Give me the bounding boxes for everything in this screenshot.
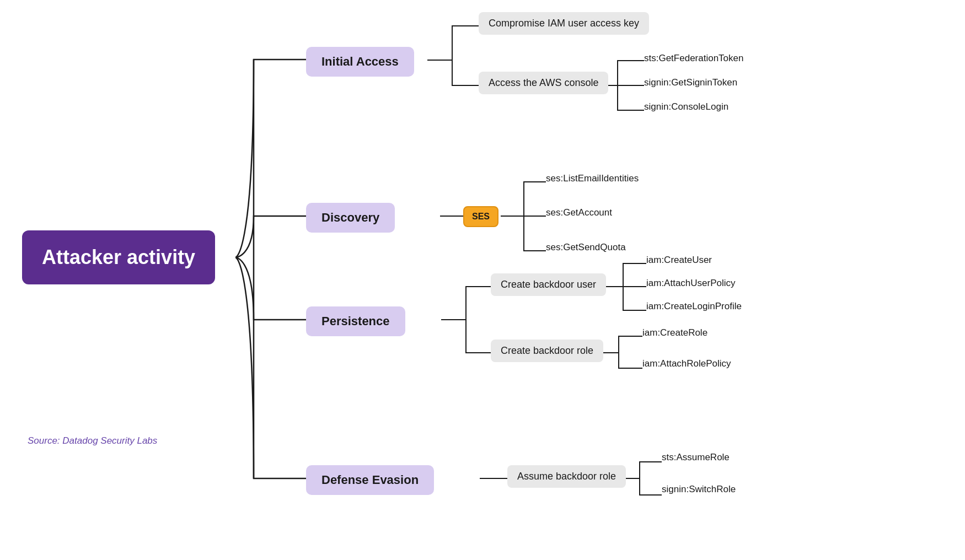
leaf-create-backdoor-role: Create backdoor role	[491, 340, 603, 362]
attacker-activity-box: Attacker activity	[22, 230, 215, 284]
api-iam-attachuserpolicy: iam:AttachUserPolicy	[646, 278, 736, 289]
ses-badge: SES	[463, 206, 498, 227]
api-signin-consolelogin: signin:ConsoleLogin	[644, 101, 728, 112]
category-persistence: Persistence	[306, 306, 405, 336]
api-ses-listemailidentities: ses:ListEmailIdentities	[546, 173, 639, 184]
category-discovery: Discovery	[306, 203, 395, 233]
category-initial-access: Initial Access	[306, 47, 414, 77]
api-signin-getsignintoken: signin:GetSigninToken	[644, 77, 737, 88]
api-iam-attachrolepolicy: iam:AttachRolePolicy	[642, 358, 731, 369]
api-sts-assumerole: sts:AssumeRole	[662, 452, 730, 463]
category-defense-evasion: Defense Evasion	[306, 465, 434, 495]
leaf-create-backdoor-user: Create backdoor user	[491, 273, 606, 296]
source-label: Source: Datadog Security Labs	[28, 435, 157, 446]
api-iam-createuser: iam:CreateUser	[646, 255, 712, 266]
leaf-compromise-iam: Compromise IAM user access key	[479, 12, 649, 35]
leaf-aws-console: Access the AWS console	[479, 72, 608, 94]
leaf-assume-backdoor-role: Assume backdoor role	[507, 465, 626, 488]
api-iam-createloginprofile: iam:CreateLoginProfile	[646, 301, 742, 312]
api-ses-getsendquota: ses:GetSendQuota	[546, 242, 626, 253]
api-signin-switchrole: signin:SwitchRole	[662, 484, 736, 495]
api-iam-createrole: iam:CreateRole	[642, 327, 707, 338]
api-sts-getfederationtoken: sts:GetFederationToken	[644, 53, 743, 64]
api-ses-getaccount: ses:GetAccount	[546, 207, 612, 218]
